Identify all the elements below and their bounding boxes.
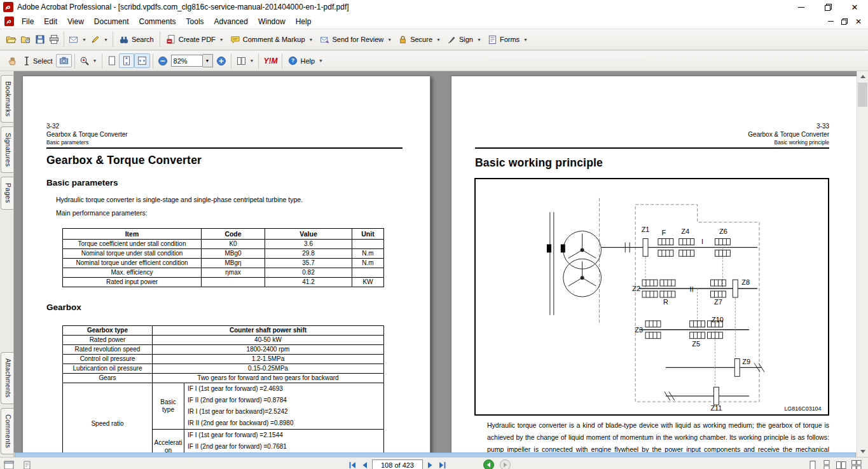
minimize-button[interactable]	[788, 0, 815, 14]
toolbar-separator	[231, 53, 231, 69]
email-button[interactable]: ▼	[67, 34, 88, 46]
page-display-dropdown-arrow[interactable]: ▼	[250, 58, 254, 63]
menu-edit[interactable]: Edit	[39, 15, 62, 28]
menu-file[interactable]: File	[17, 15, 39, 28]
tab-attachments[interactable]: Attachments	[1, 352, 13, 404]
sign-button[interactable]: Sign ▼	[444, 34, 485, 46]
horizontal-scrollbar[interactable]	[14, 452, 857, 457]
acrobat-app-icon	[3, 2, 13, 12]
email-dropdown-arrow[interactable]: ▼	[82, 37, 86, 42]
horizontal-scrollbar-thumb[interactable]	[15, 452, 856, 457]
actual-size-button[interactable]	[105, 54, 119, 67]
page-size-icon[interactable]	[4, 461, 14, 469]
comment-markup-dropdown-arrow[interactable]: ▼	[309, 37, 313, 42]
print-button[interactable]	[47, 33, 61, 46]
doc-restore-button[interactable]	[841, 18, 848, 25]
save-button[interactable]	[33, 33, 47, 46]
forms-button[interactable]: Forms ▼	[485, 34, 531, 46]
menu-help[interactable]: Help	[291, 15, 317, 28]
send-for-review-button[interactable]: Send for Review ▼	[317, 34, 396, 46]
tab-comments[interactable]: Comments	[1, 408, 13, 454]
close-button[interactable]: ✕	[841, 0, 868, 14]
page-display-button[interactable]: ▼	[234, 55, 256, 67]
scroll-up-button[interactable]	[857, 71, 868, 82]
status-bar: 108 of 423	[0, 457, 868, 469]
ratio-line: IF II (2nd gear for forward) =0.8784	[184, 395, 383, 406]
help-dropdown-arrow[interactable]: ▼	[319, 58, 323, 63]
sign-dropdown-arrow[interactable]: ▼	[477, 37, 481, 42]
organizer-button[interactable]	[18, 33, 33, 46]
navigation-tab-strip: Bookmarks Signatures Pages Attachments C…	[0, 71, 14, 457]
restore-button[interactable]	[815, 0, 841, 14]
two-up-continuous-mode-button[interactable]	[851, 460, 862, 469]
create-pdf-icon	[166, 34, 176, 44]
vertical-scrollbar[interactable]	[857, 71, 868, 457]
diagram-label-r: R	[663, 298, 668, 306]
vertical-scrollbar-thumb[interactable]	[858, 83, 867, 107]
menu-window[interactable]: Window	[253, 15, 291, 28]
ym-button[interactable]: Y!M	[261, 55, 279, 67]
table-cell: 29.8	[265, 249, 352, 259]
hand-tool-button[interactable]	[5, 54, 20, 67]
scroll-up-icon	[860, 75, 865, 78]
tab-pages[interactable]: Pages	[1, 177, 13, 209]
next-page-button[interactable]	[427, 461, 434, 469]
scroll-down-button[interactable]	[857, 446, 868, 457]
zoom-tool-button[interactable]: ▼	[78, 55, 99, 67]
doc-minimize-button[interactable]	[828, 21, 834, 22]
comment-markup-label: Comment & Markup	[243, 36, 305, 43]
menu-advanced[interactable]: Advanced	[209, 15, 253, 28]
diagram-label-shaft2: II	[690, 285, 694, 293]
open-button[interactable]	[4, 33, 18, 46]
zoom-out-button[interactable]	[156, 55, 170, 67]
last-page-button[interactable]	[438, 461, 446, 469]
select-tool-button[interactable]: Select	[20, 55, 56, 67]
menu-tools[interactable]: Tools	[181, 15, 209, 28]
create-pdf-button[interactable]: Create PDF ▼	[163, 33, 227, 46]
diagram-label-z6: Z6	[719, 228, 727, 235]
table-cell: Value	[265, 229, 352, 240]
tab-signatures[interactable]: Signatures	[1, 126, 13, 173]
fit-width-button[interactable]	[134, 53, 150, 68]
secure-button[interactable]: Secure ▼	[395, 34, 444, 46]
doc-close-button[interactable]: ✕	[855, 17, 862, 26]
fit-page-button[interactable]	[119, 53, 134, 68]
help-button[interactable]: ? Help ▼	[285, 55, 326, 67]
continuous-mode-button[interactable]	[822, 460, 831, 469]
main-area: Bookmarks Signatures Pages Attachments C…	[0, 71, 868, 457]
zoom-dropdown-button[interactable]: ▼	[203, 54, 213, 67]
table-row: Control oil pressure 1.2-1.5MPa	[63, 355, 384, 364]
body-paragraph: Hydraulic torque converter is a kind of …	[487, 419, 829, 457]
document-area: 3-32 Gearbox & Torque Converter Basic pa…	[14, 71, 857, 457]
first-page-button[interactable]	[348, 461, 357, 469]
search-button[interactable]: Search	[116, 34, 157, 46]
next-view-button[interactable]	[500, 459, 511, 469]
zoom-in-button[interactable]	[214, 55, 228, 67]
secure-dropdown-arrow[interactable]: ▼	[436, 37, 441, 42]
previous-page-button[interactable]	[361, 461, 368, 469]
diagram-label-z1: Z1	[642, 226, 650, 233]
menu-comments[interactable]: Comments	[134, 15, 181, 28]
diagram-label-f: F	[662, 229, 666, 236]
page-number-input[interactable]: 108 of 423	[372, 459, 423, 469]
snapshot-tool-button[interactable]	[56, 54, 72, 67]
zoom-tool-dropdown-arrow[interactable]: ▼	[93, 58, 97, 63]
basic-type-cell: Basic type	[153, 383, 184, 430]
send-for-review-dropdown-arrow[interactable]: ▼	[387, 37, 392, 42]
menu-document[interactable]: Document	[89, 15, 134, 28]
zoom-input[interactable]	[171, 55, 203, 67]
attach-dropdown-arrow[interactable]: ▼	[104, 37, 108, 42]
attach-button[interactable]: ▼	[88, 33, 110, 46]
single-page-mode-button[interactable]	[808, 460, 817, 469]
doc-options-icon[interactable]	[23, 461, 33, 469]
table-cell: K0	[202, 240, 265, 249]
pencil-icon	[90, 34, 100, 44]
menu-view[interactable]: View	[62, 15, 89, 28]
tab-bookmarks[interactable]: Bookmarks	[1, 75, 13, 123]
create-pdf-dropdown-arrow[interactable]: ▼	[219, 37, 224, 42]
comment-markup-button[interactable]: Comment & Markup ▼	[227, 34, 317, 46]
ym-label: Y!M	[263, 57, 277, 65]
previous-view-button[interactable]	[483, 459, 494, 469]
forms-dropdown-arrow[interactable]: ▼	[523, 37, 528, 42]
two-up-mode-button[interactable]	[836, 460, 846, 469]
